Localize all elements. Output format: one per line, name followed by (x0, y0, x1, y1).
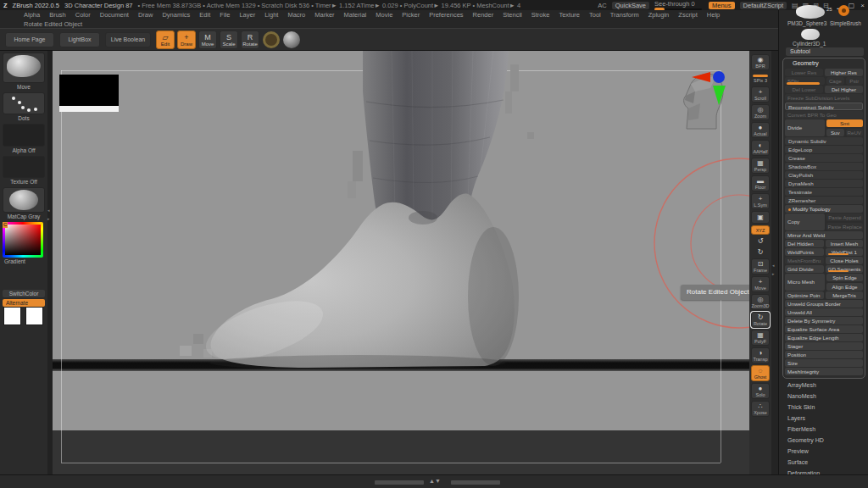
geometry-row-button[interactable]: Equalize Edge Length (785, 334, 863, 341)
geometry-subsection-header[interactable]: Crease (785, 154, 863, 162)
menu-item[interactable]: Stencil (503, 11, 522, 19)
menus-button[interactable]: Menus (709, 2, 735, 9)
subtool-section-header[interactable]: Subtool (786, 47, 864, 56)
right-shelf-button[interactable]: ▬ Floor (751, 175, 770, 191)
geometry-row-button[interactable]: MeshIntegrity (785, 368, 863, 375)
menu-item[interactable]: Texture (559, 11, 580, 19)
move-button[interactable]: M Move (198, 30, 217, 49)
right-shelf-button[interactable]: ● Actual (751, 122, 770, 138)
tool-section-header[interactable]: Layers (787, 413, 865, 424)
gd-segments-slider[interactable]: GD Segments (826, 265, 863, 273)
align-edge-button[interactable]: Align Edge (826, 283, 863, 291)
menu-item[interactable]: Light (264, 11, 278, 19)
right-shelf-button[interactable]: + Scroll (751, 86, 770, 103)
camera-orientation-widget[interactable] (676, 69, 732, 130)
right-shelf-button[interactable]: ◑ Transp (751, 347, 770, 363)
right-shelf-button[interactable]: + Move (751, 276, 770, 292)
right-shelf-button[interactable]: ⊡ Frame (751, 258, 770, 274)
close-icon[interactable]: × (860, 2, 865, 9)
menu-item[interactable]: Movie (376, 11, 392, 19)
geometry-subsection-header[interactable]: Tessimate (785, 188, 863, 196)
stroke-thumbnail[interactable] (3, 92, 45, 114)
color-picker[interactable]: C (3, 222, 43, 258)
alpha-thumbnail[interactable] (3, 124, 45, 147)
menu-item[interactable]: Edit (199, 11, 210, 19)
menu-item[interactable]: Zplugin (648, 11, 670, 19)
tray-collapse-arrows[interactable]: ▲▼ (429, 478, 441, 484)
del-hidden-button[interactable]: Del Hidden (785, 240, 824, 247)
menu-item[interactable]: Help (707, 11, 720, 19)
saturation-square[interactable] (5, 225, 41, 255)
edit-button[interactable]: ▱ Edit (156, 30, 175, 49)
right-shelf-button[interactable]: ▣ (751, 211, 770, 224)
menu-item[interactable]: Render (473, 11, 494, 19)
geometry-row-button[interactable]: Size (785, 359, 863, 367)
weld-dist-slider[interactable]: WeldDist 1 (826, 248, 863, 256)
right-shelf-button[interactable]: ◎ Zoom3D (751, 294, 770, 310)
spin-edge-button[interactable]: Spin Edge (826, 274, 863, 281)
menu-item[interactable]: Draw (138, 11, 153, 19)
menu-item[interactable]: Picker (402, 11, 420, 19)
divide-button[interactable]: Divide (785, 119, 825, 136)
convert-bpr-button[interactable]: Convert BPR To Geo (785, 111, 863, 119)
menu-item[interactable]: Stroke (531, 11, 550, 19)
right-shelf-button[interactable]: ▦ Persp (751, 158, 770, 174)
suv-button[interactable]: Suv (826, 129, 844, 136)
modify-topology-header[interactable]: Modify Topology (785, 205, 863, 213)
menu-item[interactable]: Layer (239, 11, 255, 19)
default-zscript-button[interactable]: DefaultZScript (740, 2, 787, 9)
material-thumbnail[interactable] (3, 187, 45, 213)
merge-tris-button[interactable]: MergeTris (826, 291, 863, 299)
smt-toggle[interactable]: Smt (826, 119, 863, 127)
pstr-button[interactable]: Pstr (846, 77, 863, 85)
right-shelf-button[interactable]: ◉ BPR (751, 54, 770, 70)
insert-mesh-button[interactable]: Insert Mesh (826, 240, 863, 247)
document-canvas[interactable]: Rotate Edited Object (53, 51, 749, 474)
menu-item[interactable]: Marker (314, 11, 334, 19)
geometry-subsection-header[interactable]: EdgeLoop (785, 146, 863, 153)
mirror-and-weld-button[interactable]: Mirror And Weld (785, 231, 863, 239)
tool-section-header[interactable]: Preview (787, 446, 865, 457)
geometry-subsection-header[interactable]: ClayPolish (785, 171, 863, 179)
tool-section-header[interactable]: Surface (787, 457, 865, 468)
cage-button[interactable]: Cage (826, 77, 843, 85)
secondary-color-swatch[interactable] (25, 307, 43, 325)
simple-brush-thumbnail[interactable] (838, 5, 849, 16)
right-shelf-button[interactable]: ▦ PolyF (751, 330, 770, 346)
menu-item[interactable]: Tool (589, 11, 601, 19)
right-shelf-button[interactable]: ● Solo (751, 383, 770, 399)
freeze-subdivision-button[interactable]: Freeze SubDivision Levels (785, 94, 863, 102)
geometry-row-button[interactable]: Equalize Surface Area (785, 325, 863, 333)
del-higher-button[interactable]: Del Higher (825, 86, 863, 93)
mesh-from-brush-button[interactable]: MeshFromBru (785, 257, 824, 264)
right-shelf-button[interactable]: ◎ Zoom (751, 104, 770, 120)
geometry-row-button[interactable]: Unweld All (785, 308, 863, 316)
live-boolean-button[interactable]: Live Boolean (105, 32, 151, 47)
tool-section-header[interactable]: NanoMesh (787, 391, 865, 402)
right-shelf-button[interactable]: + L.Sym (751, 193, 770, 209)
right-shelf-button[interactable]: ↻ Rotate (751, 312, 770, 328)
optimize-points-button[interactable]: Optimize Poin (785, 291, 824, 299)
tool-section-header[interactable]: Thick Skin (787, 402, 865, 413)
geometry-subsection-header[interactable]: Dynamic Subdiv (785, 137, 863, 145)
menu-item[interactable]: Alpha (24, 11, 40, 19)
alternate-button[interactable]: Alternate (3, 299, 45, 307)
main-color-swatch[interactable] (3, 307, 21, 325)
geometry-subsection-header[interactable]: DynaMesh (785, 180, 863, 187)
restore-icon[interactable]: ▢ (849, 2, 855, 9)
del-lower-button[interactable]: Del Lower (785, 86, 823, 93)
geometry-row-button[interactable]: Unweld Groups Border (785, 300, 863, 308)
right-tray-divider[interactable]: ◂▸ (771, 51, 778, 474)
sdiv-slider[interactable]: SDiv (785, 77, 825, 85)
menu-item[interactable]: Dynamics (162, 11, 190, 19)
geometry-row-button[interactable]: Delete By Symmetry (785, 317, 863, 324)
weld-points-button[interactable]: WeldPoints (785, 248, 824, 256)
geometry-row-button[interactable]: Position (785, 351, 863, 358)
rotate-button[interactable]: R Rotate (241, 30, 259, 49)
right-shelf-button[interactable]: SPix 3 (751, 72, 770, 85)
geometry-subsection-header[interactable]: ShadowBox (785, 163, 863, 170)
menu-item[interactable]: Brush (49, 11, 66, 19)
draw-button[interactable]: + Draw (177, 30, 196, 49)
lightbox-button[interactable]: LightBox (59, 32, 100, 47)
tray-handle-bar[interactable] (451, 480, 500, 485)
